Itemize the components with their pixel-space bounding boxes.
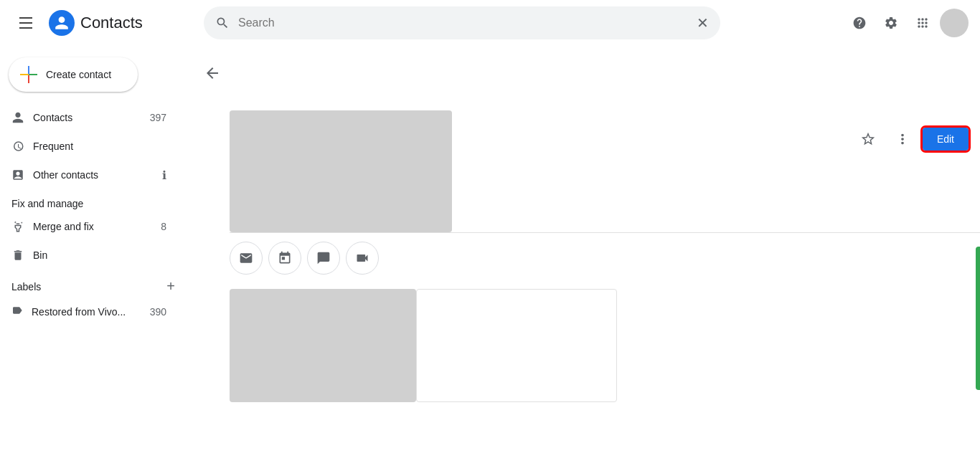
labels-header: Labels + <box>0 270 187 298</box>
info-icon: ℹ <box>162 168 166 182</box>
search-clear-icon[interactable]: ✕ <box>697 14 709 32</box>
person-icon <box>11 111 24 124</box>
contact-detail-left-placeholder <box>230 289 416 402</box>
sidebar-item-other-contacts[interactable]: Other contacts ℹ <box>0 161 178 189</box>
label-icon <box>11 305 23 319</box>
restored-label: Restored from Vivo... <box>32 306 141 318</box>
app-logo: Contacts <box>49 10 143 36</box>
contacts-label: Contacts <box>33 112 141 123</box>
contacts-count: 397 <box>150 112 166 123</box>
logo-avatar <box>49 10 75 36</box>
bin-label: Bin <box>33 249 166 261</box>
settings-button[interactable] <box>877 9 905 37</box>
delete-icon <box>11 249 24 262</box>
restored-count: 390 <box>150 306 166 318</box>
help-button[interactable] <box>845 9 874 37</box>
contact-detail-right-placeholder <box>416 289 617 402</box>
contact-actions: Edit <box>854 125 969 153</box>
add-label-button[interactable]: + <box>166 278 175 295</box>
sidebar-item-bin[interactable]: Bin <box>0 241 178 270</box>
contact-avatar-large <box>230 110 452 232</box>
star-button[interactable] <box>854 125 882 153</box>
header-right <box>845 9 969 37</box>
merge-fix-count: 8 <box>161 221 166 232</box>
green-bar-indicator <box>976 247 980 390</box>
merge-fix-label: Merge and fix <box>33 221 152 232</box>
header-left: Contacts <box>11 9 198 37</box>
person-add-icon <box>11 168 24 181</box>
other-contacts-label: Other contacts <box>33 169 151 181</box>
email-action-button[interactable] <box>230 242 263 275</box>
action-icons-row <box>187 233 980 283</box>
labels-title: Labels <box>11 281 41 292</box>
sidebar-item-restored[interactable]: Restored from Vivo... 390 <box>0 298 178 326</box>
contact-header: Edit <box>187 46 980 232</box>
search-icon <box>215 16 230 30</box>
contact-detail-section <box>230 289 980 402</box>
fix-manage-title: Fix and manage <box>0 189 187 212</box>
search-bar[interactable]: ✕ <box>204 6 720 39</box>
sidebar: Create contact Contacts 397 Frequent Oth… <box>0 46 187 471</box>
user-avatar[interactable] <box>940 9 969 37</box>
frequent-label: Frequent <box>33 141 166 152</box>
create-contact-label: Create contact <box>46 69 111 80</box>
plus-multicolor-icon <box>20 66 37 83</box>
app-title: Contacts <box>80 14 143 32</box>
app-header: Contacts ✕ <box>0 0 980 46</box>
auto-fix-icon <box>11 220 24 233</box>
chat-action-button[interactable] <box>307 242 340 275</box>
main-layout: Create contact Contacts 397 Frequent Oth… <box>0 46 980 471</box>
video-action-button[interactable] <box>346 242 379 275</box>
sidebar-item-contacts[interactable]: Contacts 397 <box>0 103 178 132</box>
apps-button[interactable] <box>908 9 937 37</box>
history-icon <box>11 140 24 153</box>
more-options-button[interactable] <box>888 125 917 153</box>
edit-button[interactable]: Edit <box>923 128 969 151</box>
content-area: Edit <box>187 46 980 471</box>
search-input[interactable] <box>238 16 688 29</box>
sidebar-item-frequent[interactable]: Frequent <box>0 132 178 161</box>
sidebar-item-merge-fix[interactable]: Merge and fix 8 <box>0 212 178 241</box>
calendar-action-button[interactable] <box>268 242 301 275</box>
hamburger-menu[interactable] <box>11 9 40 37</box>
create-contact-button[interactable]: Create contact <box>9 57 138 92</box>
